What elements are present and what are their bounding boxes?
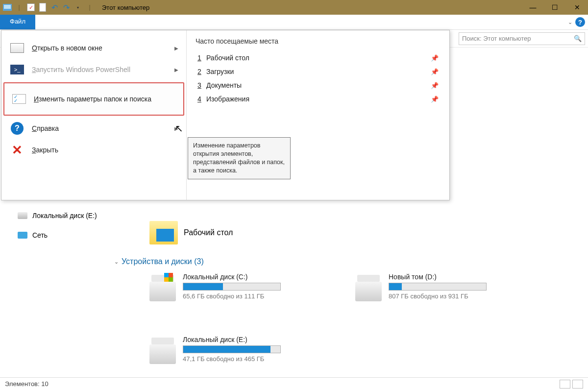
pin-icon[interactable]: 📌	[431, 96, 439, 103]
help-icon[interactable]: ?	[575, 17, 585, 27]
menu-item-label: Открыть в новом окне	[32, 44, 102, 52]
file-menu: Открыть в новом окне ▶ >_ Запустить Wind…	[1, 30, 450, 200]
chevron-down-icon: ⌄	[114, 259, 119, 265]
menu-help[interactable]: ? Справка ▶	[1, 118, 186, 139]
menu-item-label: Справка	[32, 124, 59, 132]
ribbon-collapse-icon[interactable]: ⌄	[568, 19, 572, 25]
menu-open-new-window[interactable]: Открыть в новом окне ▶	[1, 37, 186, 59]
tooltip: Изменение параметров открытия элементов,…	[188, 137, 291, 179]
ribbon-tabs: Файл ⌄ ?	[0, 15, 588, 30]
minimize-button[interactable]: —	[522, 0, 544, 15]
close-icon: ✕	[9, 144, 25, 156]
window-icon	[9, 42, 25, 54]
view-large-icons-icon[interactable]	[572, 380, 583, 389]
folder-icon	[149, 221, 178, 244]
file-menu-left: Открыть в новом окне ▶ >_ Запустить Wind…	[1, 30, 187, 200]
drive-item-e[interactable]: Локальный диск (E:) 47,1 ГБ свободно из …	[149, 336, 306, 364]
sidebar-item-label: Сеть	[32, 231, 48, 239]
window-title: Этот компьютер	[102, 4, 149, 11]
drive-usage-bar	[183, 283, 281, 291]
drive-icon	[355, 282, 382, 301]
frequent-place-item[interactable]: 1 Рабочий стол 📌	[196, 51, 441, 65]
drive-free-text: 65,6 ГБ свободно из 111 ГБ	[183, 292, 306, 300]
file-tab[interactable]: Файл	[0, 15, 35, 29]
drive-free-text: 47,1 ГБ свободно из 465 ГБ	[183, 355, 306, 363]
status-elements-count: Элементов: 10	[5, 380, 49, 388]
folder-label: Рабочий стол	[184, 228, 233, 237]
qat-separator-2: |	[84, 2, 95, 13]
drive-icon	[149, 344, 176, 364]
redo-icon[interactable]: ↷	[61, 2, 72, 13]
drive-free-text: 807 ГБ свободно из 931 ГБ	[389, 292, 512, 300]
options-icon	[11, 93, 27, 105]
titlebar: | ✓ ↶ ↷ ▾ | Этот компьютер — ☐ ✕	[0, 0, 588, 15]
qat-separator: |	[14, 2, 24, 13]
frequent-place-item[interactable]: 4 Изображения 📌	[196, 92, 441, 106]
close-window-button[interactable]: ✕	[566, 0, 588, 15]
sidebar-item-disk-e[interactable]: Локальный диск (E:)	[18, 209, 107, 222]
drive-name: Локальный диск (C:)	[183, 273, 306, 281]
sidebar-item-label: Локальный диск (E:)	[32, 212, 97, 219]
file-menu-right: Часто посещаемые места 1 Рабочий стол 📌 …	[187, 30, 449, 200]
search-placeholder: Поиск: Этот компьютер	[462, 35, 531, 42]
place-label: Изображения	[206, 95, 249, 103]
pin-icon[interactable]: 📌	[431, 82, 439, 89]
new-doc-icon[interactable]	[37, 2, 48, 13]
menu-close[interactable]: ✕ Закрыть	[1, 139, 186, 161]
status-bar: Элементов: 10	[0, 377, 588, 390]
search-icon[interactable]: 🔍	[574, 35, 582, 42]
place-number: 1	[197, 54, 206, 62]
search-input[interactable]: Поиск: Этот компьютер 🔍	[459, 32, 585, 45]
place-number: 2	[197, 68, 206, 75]
quick-access-toolbar: | ✓ ↶ ↷ ▾ |	[0, 2, 97, 13]
drive-name: Локальный диск (E:)	[183, 336, 306, 343]
menu-run-powershell[interactable]: >_ Запустить Windows PowerShell ▶	[1, 59, 186, 80]
monitor-icon	[2, 2, 13, 13]
submenu-arrow-icon: ▶	[174, 67, 178, 73]
section-label: Устройства и диски (3)	[122, 257, 204, 266]
drive-icon	[18, 212, 27, 219]
properties-icon[interactable]: ✓	[25, 2, 36, 13]
submenu-arrow-icon: ▶	[174, 46, 178, 51]
undo-icon[interactable]: ↶	[49, 2, 60, 13]
network-icon	[18, 232, 27, 239]
drive-name: Новый том (D:)	[389, 273, 512, 281]
powershell-icon: >_	[9, 64, 25, 75]
folder-item-desktop[interactable]: Рабочий стол	[149, 221, 588, 244]
menu-change-folder-options[interactable]: Изменить параметры папок и поиска	[3, 82, 184, 116]
frequent-place-item[interactable]: 3 Документы 📌	[196, 78, 441, 92]
drive-icon	[149, 282, 176, 301]
place-label: Загрузки	[206, 68, 234, 75]
qat-dropdown-icon[interactable]: ▾	[73, 2, 83, 13]
drive-item-d[interactable]: Новый том (D:) 807 ГБ свободно из 931 ГБ	[355, 273, 512, 301]
frequent-place-item[interactable]: 2 Загрузки 📌	[196, 65, 441, 78]
frequent-places-heading: Часто посещаемые места	[196, 37, 441, 45]
section-devices-drives[interactable]: ⌄ Устройства и диски (3)	[114, 257, 588, 266]
menu-item-label: Закрыть	[32, 146, 58, 154]
help-icon: ?	[9, 122, 25, 134]
drive-item-c[interactable]: Локальный диск (C:) 65,6 ГБ свободно из …	[149, 273, 306, 301]
sidebar-item-network[interactable]: Сеть	[18, 229, 107, 242]
menu-item-label: Запустить Windows PowerShell	[32, 66, 130, 73]
place-number: 3	[197, 81, 206, 89]
pin-icon[interactable]: 📌	[431, 68, 439, 75]
maximize-button[interactable]: ☐	[544, 0, 566, 15]
view-details-icon[interactable]	[560, 380, 570, 389]
drives-container: Локальный диск (C:) 65,6 ГБ свободно из …	[149, 273, 588, 364]
drive-usage-bar	[389, 283, 487, 291]
place-label: Документы	[206, 81, 242, 89]
menu-item-label: Изменить параметры папок и поиска	[34, 95, 151, 103]
drive-usage-bar	[183, 345, 281, 353]
cursor-icon: ↖	[175, 122, 183, 134]
place-number: 4	[197, 95, 206, 103]
pin-icon[interactable]: 📌	[431, 54, 439, 62]
place-label: Рабочий стол	[206, 54, 249, 62]
